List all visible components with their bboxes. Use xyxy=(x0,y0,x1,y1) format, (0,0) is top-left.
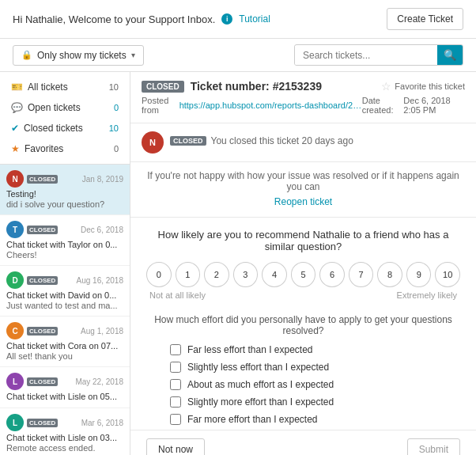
closed-badge: CLOSED xyxy=(27,175,58,184)
nps-rating-row: 0 1 2 3 4 5 6 7 8 9 10 xyxy=(146,262,460,287)
effort-option-label-2: Slightly less effort than I expected xyxy=(187,362,329,373)
posted-from-link[interactable]: https://app.hubspot.com/reports-dashboar… xyxy=(179,100,362,110)
lock-icon: 🔒 xyxy=(21,50,32,60)
tutorial-link[interactable]: Tutorial xyxy=(239,13,270,25)
list-item[interactable]: N CLOSED Jan 8, 2019 Testing! did i solv… xyxy=(0,165,130,215)
ticket-subject: Chat ticket with Lisle on 05... xyxy=(6,392,123,401)
survey-footer: Not now Submit xyxy=(130,430,476,455)
nps-label-right: Extremely likely xyxy=(397,290,457,300)
info-icon: i xyxy=(221,13,232,25)
reopen-link[interactable]: Reopen ticket xyxy=(274,196,332,207)
effort-question: How much effort did you personally have … xyxy=(146,314,460,336)
effort-checkbox-1[interactable] xyxy=(170,344,181,355)
rating-2[interactable]: 2 xyxy=(204,262,229,287)
date-created: Dec 6, 2018 2:05 PM xyxy=(403,96,465,115)
star-empty-icon: ☆ xyxy=(381,80,391,93)
nav-count-all: 10 xyxy=(109,82,119,92)
closed-badge: CLOSED xyxy=(27,377,58,386)
closed-badge: CLOSED xyxy=(27,226,58,234)
ticket-preview: did i solve your question? xyxy=(6,199,123,209)
date-created-label: Date created: xyxy=(362,96,402,115)
ticket-header: CLOSED Ticket number: #2153239 ☆ Favorit… xyxy=(130,72,476,123)
list-item[interactable]: L CLOSED Mar 6, 2018 Chat ticket with Li… xyxy=(0,408,130,455)
closed-badge: CLOSED xyxy=(27,327,58,336)
effort-option-4[interactable]: Slightly more effort than I expected xyxy=(170,396,460,408)
rating-0[interactable]: 0 xyxy=(146,262,172,287)
sidebar-item-closed-tickets[interactable]: ✔ Closed tickets 10 xyxy=(0,118,130,138)
sidebar-item-open-tickets[interactable]: 💬 Open tickets 0 xyxy=(0,97,130,118)
posted-from-label: Posted from xyxy=(142,96,177,115)
effort-option-label-3: About as much effort as I expected xyxy=(187,379,334,390)
avatar: C xyxy=(6,322,24,339)
nps-question: How likely are you to recommend Nathalie… xyxy=(146,229,460,252)
effort-checkbox-5[interactable] xyxy=(170,414,181,425)
ticket-date: Aug 16, 2018 xyxy=(77,276,124,285)
nav-count-favorites: 0 xyxy=(114,144,119,154)
content-area: CLOSED Ticket number: #2153239 ☆ Favorit… xyxy=(130,72,476,455)
toolbar: 🔒 Only show my tickets ▾ 🔍 xyxy=(0,39,476,72)
ticket-date: Dec 6, 2018 xyxy=(81,226,123,234)
nav-count-open: 0 xyxy=(114,103,119,112)
rating-4[interactable]: 4 xyxy=(262,262,287,287)
ticket-number: Ticket number: #2153239 xyxy=(191,80,322,93)
list-item[interactable]: L CLOSED May 22, 2018 Chat ticket with L… xyxy=(0,367,130,408)
activity-text: You closed this ticket 20 days ago xyxy=(211,135,353,146)
effort-checkbox-3[interactable] xyxy=(170,379,181,390)
ticket-subject: Chat ticket with Cora on 07... xyxy=(6,341,123,351)
filter-dropdown[interactable]: 🔒 Only show my tickets ▾ xyxy=(13,45,144,66)
ticket-subject: Testing! xyxy=(6,189,123,199)
header: Hi Nathalie, Welcome to your Support Inb… xyxy=(0,0,476,39)
effort-options: Far less effort than I expected Slightly… xyxy=(146,344,460,425)
rating-7[interactable]: 7 xyxy=(349,262,374,287)
list-item[interactable]: T CLOSED Dec 6, 2018 Chat ticket with Ta… xyxy=(0,215,130,266)
rating-5[interactable]: 5 xyxy=(291,262,316,287)
rating-1[interactable]: 1 xyxy=(176,262,201,287)
sidebar-item-all-tickets[interactable]: 🎫 All tickets 10 xyxy=(0,77,130,97)
search-icon: 🔍 xyxy=(444,49,456,61)
closed-badge: CLOSED xyxy=(27,276,58,285)
avatar: L xyxy=(6,373,24,390)
create-ticket-button[interactable]: Create Ticket xyxy=(387,8,463,30)
favorite-label: Favorite this ticket xyxy=(395,82,465,91)
ticket-subject: Chat ticket with Taylor on 0... xyxy=(6,240,123,249)
star-icon: ★ xyxy=(11,143,20,154)
nav-label-open: Open tickets xyxy=(28,102,81,113)
effort-option-1[interactable]: Far less effort than I expected xyxy=(170,344,460,355)
ticket-subject: Chat ticket with Lisle on 03... xyxy=(6,433,123,442)
effort-checkbox-4[interactable] xyxy=(170,396,181,408)
rating-9[interactable]: 9 xyxy=(406,262,432,287)
avatar: D xyxy=(6,271,24,289)
search-input[interactable] xyxy=(295,46,437,65)
effort-section: How much effort did you personally have … xyxy=(130,308,476,430)
ticket-preview: Cheers! xyxy=(6,250,123,260)
submit-button[interactable]: Submit xyxy=(407,438,460,455)
effort-checkbox-2[interactable] xyxy=(170,362,181,373)
favorite-button[interactable]: ☆ Favorite this ticket xyxy=(381,80,465,93)
avatar: L xyxy=(6,414,24,431)
nav-label-favorites: Favorites xyxy=(25,143,63,154)
nps-section: How likely are you to recommend Nathalie… xyxy=(130,218,476,308)
effort-option-2[interactable]: Slightly less effort than I expected xyxy=(170,362,460,373)
list-item[interactable]: D CLOSED Aug 16, 2018 Chat ticket with D… xyxy=(0,266,130,317)
filter-label: Only show my tickets xyxy=(37,50,127,61)
ticket-date: May 22, 2018 xyxy=(75,377,123,386)
effort-option-5[interactable]: Far more effort than I expected xyxy=(170,414,460,425)
rating-10[interactable]: 10 xyxy=(435,262,460,287)
list-item[interactable]: C CLOSED Aug 1, 2018 Chat ticket with Co… xyxy=(0,317,130,367)
check-icon: ✔ xyxy=(11,123,19,134)
effort-option-3[interactable]: About as much effort as I expected xyxy=(170,379,460,390)
sidebar-nav: 🎫 All tickets 10 💬 Open tickets 0 ✔ Clos… xyxy=(0,72,130,165)
ticket-date: Jan 8, 2019 xyxy=(82,175,123,184)
avatar: T xyxy=(6,221,24,238)
reopen-description: If you're not happy with how your issue … xyxy=(142,170,465,192)
rating-3[interactable]: 3 xyxy=(233,262,259,287)
ticket-date: Aug 1, 2018 xyxy=(81,327,123,336)
rating-8[interactable]: 8 xyxy=(377,262,402,287)
sidebar-item-favorites[interactable]: ★ Favorites 0 xyxy=(0,138,130,159)
search-button[interactable]: 🔍 xyxy=(437,45,463,65)
not-now-button[interactable]: Not now xyxy=(146,438,205,455)
effort-option-label-1: Far less effort than I expected xyxy=(187,344,313,355)
rating-6[interactable]: 6 xyxy=(319,262,345,287)
ticket-preview: Just wanted to test and ma... xyxy=(6,301,123,310)
ticket-date: Mar 6, 2018 xyxy=(81,419,123,427)
